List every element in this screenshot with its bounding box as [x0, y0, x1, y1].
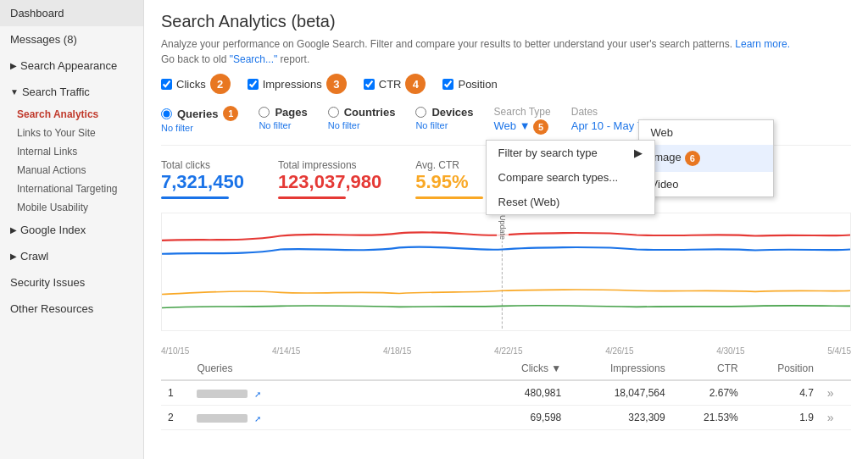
- row-1-impressions: 18,047,564: [568, 380, 671, 406]
- impressions-label: Impressions: [263, 78, 322, 91]
- sidebar-item-google-index[interactable]: ▶ Google Index: [0, 217, 143, 243]
- sidebar-item-dashboard[interactable]: Dashboard: [0, 0, 143, 26]
- col-arrow: [821, 357, 851, 380]
- triangle-icon: ▼: [10, 87, 19, 97]
- sidebar-item-mobile-usability[interactable]: Mobile Usability: [0, 198, 143, 217]
- compare-search-types-item[interactable]: Compare search types...: [487, 165, 654, 190]
- results-table: Queries Clicks ▼ Impressions CTR Positio…: [161, 357, 851, 430]
- sidebar-item-links-to-site[interactable]: Links to Your Site: [0, 124, 143, 142]
- queries-radio[interactable]: [161, 108, 172, 119]
- row-1-clicks: 480,981: [487, 380, 568, 406]
- triangle-icon: ▶: [10, 252, 17, 261]
- row-1-link-icon[interactable]: ➚: [254, 390, 264, 398]
- badge-4: 4: [405, 74, 426, 94]
- devices-filter-dropdown[interactable]: No filter: [415, 120, 473, 130]
- x-label-5: 4/30/15: [716, 346, 744, 356]
- col-num: [161, 357, 190, 380]
- position-label: Position: [458, 78, 497, 91]
- row-2-ctr: 21.53%: [672, 406, 745, 430]
- ctr-checkbox[interactable]: CTR 4: [364, 74, 426, 94]
- sidebar-item-internal-links[interactable]: Internal Links: [0, 142, 143, 161]
- countries-radio[interactable]: [328, 107, 339, 118]
- total-clicks-title: Total clicks: [161, 159, 244, 171]
- chart-update-label: Update: [497, 213, 509, 241]
- image-submenu: Web Image6 Video: [638, 119, 774, 197]
- sidebar-item-other-resources[interactable]: Other Resources: [0, 296, 143, 322]
- devices-radio[interactable]: [415, 107, 426, 118]
- sidebar-item-search-traffic[interactable]: ▼ Search Traffic: [0, 79, 143, 105]
- avg-ctr-title: Avg. CTR: [415, 159, 483, 171]
- filter-group-search-type: Search Type Web ▼ 5 Filter by search typ…: [494, 106, 551, 135]
- col-clicks[interactable]: Clicks ▼: [487, 357, 568, 380]
- row-1-num: 1: [161, 380, 190, 406]
- total-clicks-bar: [161, 196, 229, 199]
- col-position[interactable]: Position: [745, 357, 821, 380]
- video-option[interactable]: Video: [639, 172, 773, 196]
- table-header-row: Queries Clicks ▼ Impressions CTR Positio…: [161, 357, 851, 380]
- badge-2: 2: [210, 74, 231, 94]
- row-1-arrow[interactable]: »: [821, 380, 851, 406]
- countries-filter-label: Countries: [344, 106, 396, 119]
- x-label-4: 4/26/15: [605, 346, 633, 356]
- search-type-value[interactable]: Web ▼ 5: [494, 119, 549, 132]
- total-impressions-bar: [278, 196, 346, 199]
- reset-web-item[interactable]: Reset (Web): [487, 190, 654, 214]
- main-content: Search Analytics (beta) Analyze your per…: [144, 0, 868, 459]
- queries-filter-dropdown[interactable]: No filter: [161, 123, 238, 133]
- pages-filter-label: Pages: [275, 106, 307, 119]
- row-1-ctr: 2.67%: [672, 380, 745, 406]
- filter-group-queries: Queries 1 No filter: [161, 106, 238, 133]
- sidebar-section-label: Search Traffic: [22, 86, 90, 98]
- learn-more-link[interactable]: Learn more.: [735, 38, 790, 50]
- sidebar-item-security-issues[interactable]: Security Issues: [0, 269, 143, 296]
- devices-filter-label: Devices: [431, 106, 473, 119]
- ctr-label: CTR: [379, 78, 402, 91]
- search-type-header: Search Type: [494, 106, 551, 118]
- position-checkbox[interactable]: Position: [442, 78, 497, 91]
- row-1-query: ➚: [190, 380, 466, 406]
- sidebar-item-messages[interactable]: Messages (8): [0, 26, 143, 53]
- row-2-clicks: 69,598: [487, 406, 568, 430]
- row-2-chevron-icon: »: [827, 411, 834, 424]
- row-1-empty: [466, 380, 487, 406]
- image-option[interactable]: Image6: [639, 145, 773, 172]
- web-option[interactable]: Web: [639, 120, 773, 145]
- row-2-position: 1.9: [745, 406, 821, 430]
- sidebar-item-international-targeting[interactable]: International Targeting: [0, 180, 143, 198]
- row-2-link-icon[interactable]: ➚: [254, 414, 264, 423]
- pages-filter-dropdown[interactable]: No filter: [259, 120, 307, 130]
- row-1-position: 4.7: [745, 380, 821, 406]
- metric-checkboxes: Clicks 2 Impressions 3 CTR 4 Position: [161, 74, 851, 94]
- filter-group-devices: Devices No filter: [415, 106, 473, 130]
- search-type-dropdown-container: Web ▼ 5 Filter by search type ▶ Compare …: [494, 119, 551, 135]
- total-impressions-value: 123,037,980: [278, 171, 381, 193]
- total-clicks-value: 7,321,450: [161, 171, 244, 193]
- sidebar-item-search-appearance[interactable]: ▶ Search Appearance: [0, 53, 143, 79]
- sidebar-item-crawl[interactable]: ▶ Crawl: [0, 243, 143, 269]
- filter-by-search-type-item[interactable]: Filter by search type ▶: [487, 141, 654, 165]
- sidebar-item-manual-actions[interactable]: Manual Actions: [0, 161, 143, 180]
- row-2-num: 2: [161, 406, 190, 430]
- impressions-checkbox[interactable]: Impressions 3: [248, 74, 347, 94]
- sidebar: Dashboard Messages (8) ▶ Search Appearan…: [0, 0, 144, 459]
- filter-group-countries: Countries No filter: [328, 106, 396, 130]
- countries-filter-dropdown[interactable]: No filter: [328, 120, 396, 130]
- pages-radio[interactable]: [259, 107, 270, 118]
- sidebar-item-search-analytics[interactable]: Search Analytics: [0, 105, 143, 124]
- badge-5: 5: [533, 119, 548, 135]
- subtitle: Analyze your performance on Google Searc…: [161, 38, 851, 50]
- row-2-empty: [466, 406, 487, 430]
- filter-group-pages: Pages No filter: [259, 106, 307, 130]
- chart-x-labels: 4/10/15 4/14/15 4/18/15 4/22/15 4/26/15 …: [161, 345, 851, 357]
- row-2-arrow[interactable]: »: [821, 406, 851, 430]
- total-impressions-title: Total impressions: [278, 159, 381, 171]
- clicks-checkbox[interactable]: Clicks 2: [161, 74, 231, 94]
- sidebar-crawl-label: Crawl: [20, 250, 48, 263]
- col-queries[interactable]: Queries: [190, 357, 466, 380]
- old-report-text: Go back to old "Search..." report.: [161, 53, 851, 65]
- col-ctr[interactable]: CTR: [672, 357, 745, 380]
- table-row: 1 ➚ 480,981 18,047,564 2.67% 4.7 »: [161, 380, 851, 406]
- row-2-query: ➚: [190, 406, 466, 430]
- old-search-link[interactable]: "Search...": [230, 53, 278, 65]
- col-impressions[interactable]: Impressions: [568, 357, 671, 380]
